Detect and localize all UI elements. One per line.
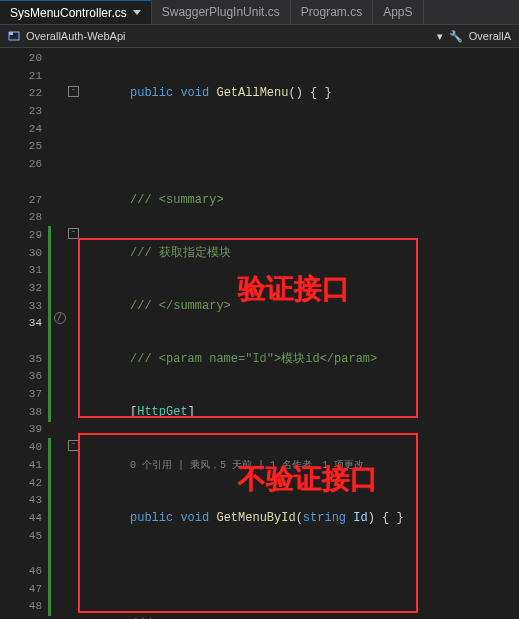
svg-rect-1 (9, 32, 13, 35)
screwdriver-icon[interactable] (54, 312, 66, 324)
breadcrumb-dropdown[interactable]: ▾ (437, 30, 443, 43)
line-number-gutter: 2021222324252627282930313233343536373839… (0, 48, 48, 619)
tab-program[interactable]: Program.cs (291, 0, 373, 24)
fold-icon[interactable]: - (68, 440, 79, 451)
tab-sysmenu[interactable]: SysMenuController.cs (0, 0, 152, 24)
fold-icon[interactable]: - (68, 86, 79, 97)
pin-icon (133, 10, 141, 15)
fold-icon[interactable]: - (68, 228, 79, 239)
breadcrumb-right[interactable]: OverallA (469, 30, 511, 42)
change-marks (48, 48, 68, 619)
tab-bar: SysMenuController.cs SwaggerPlugInUnit.c… (0, 0, 519, 25)
project-icon (8, 30, 20, 42)
code-content[interactable]: public void GetAllMenu() { } /// <summar… (82, 48, 519, 619)
class-icon: 🔧 (449, 30, 463, 43)
tab-apps[interactable]: AppS (373, 0, 423, 24)
breadcrumb-project[interactable]: OverallAuth-WebApi (26, 30, 125, 42)
tab-swagger[interactable]: SwaggerPlugInUnit.cs (152, 0, 291, 24)
fold-gutter: - - - (68, 48, 82, 619)
breadcrumb: OverallAuth-WebApi ▾ 🔧 OverallA (0, 25, 519, 48)
code-editor[interactable]: 2021222324252627282930313233343536373839… (0, 48, 519, 619)
